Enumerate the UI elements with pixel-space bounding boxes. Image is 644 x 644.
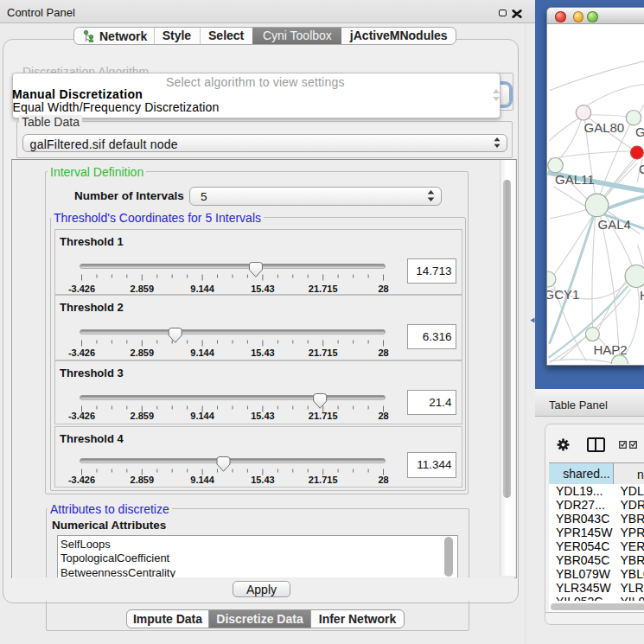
svg-text:2.859: 2.859 [130, 474, 154, 484]
svg-text:21.715: 21.715 [308, 348, 337, 358]
svg-text:GCY1: GCY1 [547, 287, 579, 302]
svg-text:2.859: 2.859 [130, 410, 154, 420]
svg-text:21.715: 21.715 [308, 474, 337, 484]
svg-text:2.859: 2.859 [130, 348, 154, 358]
svg-text:HAP2: HAP2 [593, 342, 627, 357]
svg-text:GAL4: GAL4 [597, 217, 630, 232]
svg-text:9.144: 9.144 [190, 474, 214, 484]
svg-text:2.859: 2.859 [130, 283, 154, 293]
svg-text:-3.426: -3.426 [67, 474, 94, 484]
svg-text:-3.426: -3.426 [67, 283, 94, 293]
svg-text:9.144: 9.144 [190, 348, 214, 358]
svg-text:GAL3: GAL3 [635, 124, 644, 139]
svg-text:GAL11: GAL11 [555, 172, 595, 187]
svg-text:9.144: 9.144 [190, 410, 214, 420]
svg-text:-3.426: -3.426 [67, 348, 94, 358]
svg-text:15.43: 15.43 [251, 474, 275, 484]
svg-text:21.715: 21.715 [308, 283, 337, 293]
svg-text:-3.426: -3.426 [67, 410, 94, 420]
svg-text:21.715: 21.715 [308, 410, 337, 420]
svg-text:15.43: 15.43 [251, 410, 275, 420]
svg-text:28: 28 [378, 348, 388, 358]
svg-text:28: 28 [378, 474, 388, 484]
svg-text:CD: CD [639, 162, 644, 176]
svg-text:28: 28 [378, 283, 388, 293]
svg-text:GAL80: GAL80 [583, 120, 624, 135]
svg-text:15.43: 15.43 [251, 283, 275, 293]
svg-text:HI: HI [640, 288, 644, 303]
svg-text:28: 28 [378, 410, 388, 420]
svg-text:9.144: 9.144 [190, 283, 214, 293]
svg-text:15.43: 15.43 [251, 348, 275, 358]
